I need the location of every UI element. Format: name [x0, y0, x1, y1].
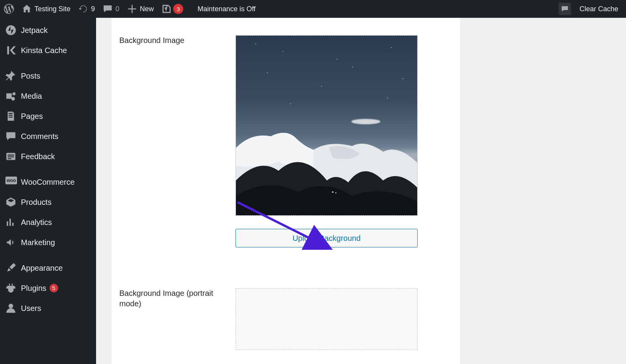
- sidebar-item-label: Pages: [21, 112, 43, 121]
- chat-button[interactable]: [559, 3, 571, 15]
- sidebar-item-label: Posts: [21, 72, 40, 81]
- update-icon: [78, 4, 88, 14]
- sidebar-item-feedback[interactable]: Feedback: [0, 146, 96, 167]
- plugins-count-badge: 5: [50, 284, 58, 292]
- marketing-icon: [5, 237, 16, 248]
- analytics-icon: [5, 217, 16, 228]
- admin-bar-left: Testing Site 9 0 New 3 Maintenance is Of…: [0, 0, 260, 18]
- sidebar-item-analytics[interactable]: Analytics: [0, 212, 96, 232]
- clear-cache-button[interactable]: Clear Cache: [580, 5, 618, 13]
- sidebar-item-label: Comments: [21, 132, 58, 141]
- new-label: New: [140, 5, 154, 13]
- star: [391, 47, 392, 48]
- yoast-icon: [162, 4, 172, 14]
- setting-field-bg-image: Upload Background: [236, 35, 418, 247]
- right-gutter: [460, 18, 626, 364]
- sidebar-item-woocommerce[interactable]: woo WooCommerce: [0, 172, 96, 192]
- sidebar-item-jetpack[interactable]: Jetpack: [0, 20, 96, 40]
- sidebar-item-appearance[interactable]: Appearance: [0, 258, 96, 278]
- sidebar-item-plugins[interactable]: Plugins 5: [0, 278, 96, 298]
- appearance-icon: [5, 263, 16, 273]
- background-preview[interactable]: [236, 35, 418, 216]
- svg-point-3: [332, 191, 334, 193]
- settings-panel: Background Image: [112, 18, 460, 364]
- media-icon: [5, 91, 16, 101]
- users-icon: [5, 303, 16, 314]
- svg-point-2: [9, 304, 13, 308]
- sidebar-item-label: Marketing: [21, 238, 55, 247]
- sidebar-item-users[interactable]: Users: [0, 298, 96, 318]
- star: [321, 86, 322, 87]
- setting-field-bg-portrait: [236, 288, 418, 350]
- feedback-icon: [5, 151, 16, 162]
- sidebar-item-label: Analytics: [21, 218, 52, 227]
- sidebar-item-pages[interactable]: Pages: [0, 106, 96, 126]
- sidebar-item-label: Kinsta Cache: [21, 46, 67, 55]
- site-name-label: Testing Site: [34, 5, 71, 13]
- upload-background-button[interactable]: Upload Background: [236, 229, 418, 247]
- sidebar-item-comments[interactable]: Comments: [0, 126, 96, 146]
- comments-count: 0: [115, 5, 119, 13]
- admin-bar-right: Clear Cache: [559, 3, 626, 15]
- admin-bar: Testing Site 9 0 New 3 Maintenance is Of…: [0, 0, 626, 18]
- star: [282, 51, 283, 52]
- products-icon: [5, 197, 16, 208]
- admin-sidebar: Jetpack Kinsta Cache Posts Media Pages C…: [0, 18, 96, 364]
- chat-icon: [561, 5, 569, 13]
- comment-icon: [103, 4, 113, 14]
- star: [337, 59, 337, 60]
- preview-foreground: [236, 134, 418, 215]
- sidebar-item-posts[interactable]: Posts: [0, 66, 96, 86]
- woo-icon: woo: [5, 177, 17, 184]
- kinsta-icon: [5, 45, 16, 56]
- sidebar-item-label: Products: [21, 198, 52, 207]
- star: [402, 78, 403, 79]
- pin-icon: [5, 70, 16, 81]
- comments-icon: [5, 131, 16, 142]
- pages-icon: [5, 111, 16, 122]
- sidebar-item-label: WooCommerce: [21, 178, 75, 187]
- star: [352, 67, 353, 67]
- setting-row-bg-image: Background Image: [119, 35, 452, 247]
- home-icon: [22, 4, 32, 14]
- preview-cloud: [351, 119, 380, 124]
- star: [387, 98, 388, 98]
- yoast-count-badge: 3: [173, 4, 183, 14]
- setting-label-bg-image: Background Image: [119, 35, 236, 247]
- plugins-icon: [5, 283, 16, 294]
- svg-point-0: [6, 25, 16, 35]
- sidebar-item-products[interactable]: Products: [0, 192, 96, 212]
- setting-row-bg-portrait: Background Image (portrait mode): [119, 288, 452, 350]
- maintenance-label: Maintenance is Off: [198, 5, 256, 13]
- content-area: Background Image: [96, 18, 626, 364]
- sidebar-item-label: Feedback: [21, 152, 55, 161]
- yoast-menu[interactable]: 3: [158, 0, 187, 18]
- new-content[interactable]: New: [123, 0, 158, 18]
- wordpress-icon: [4, 4, 14, 14]
- updates-count: 9: [91, 5, 95, 13]
- svg-point-4: [335, 192, 337, 194]
- comments[interactable]: 0: [99, 0, 123, 18]
- star: [290, 103, 291, 104]
- sidebar-item-marketing[interactable]: Marketing: [0, 232, 96, 252]
- plus-icon: [127, 4, 137, 14]
- sidebar-item-media[interactable]: Media: [0, 86, 96, 106]
- maintenance-mode[interactable]: Maintenance is Off: [191, 0, 260, 18]
- sidebar-item-label: Appearance: [21, 264, 63, 273]
- sidebar-item-kinsta[interactable]: Kinsta Cache: [0, 40, 96, 60]
- sidebar-item-label: Jetpack: [21, 26, 48, 35]
- setting-label-bg-portrait: Background Image (portrait mode): [119, 288, 236, 350]
- jetpack-icon: [5, 25, 16, 36]
- sidebar-item-label: Plugins: [21, 284, 46, 293]
- star: [255, 43, 256, 44]
- sidebar-item-label: Media: [21, 92, 42, 101]
- site-name[interactable]: Testing Site: [18, 0, 74, 18]
- clear-cache-label: Clear Cache: [580, 5, 618, 13]
- background-portrait-placeholder[interactable]: [236, 288, 418, 350]
- star: [267, 72, 268, 73]
- upload-background-label: Upload Background: [292, 234, 361, 243]
- updates[interactable]: 9: [74, 0, 99, 18]
- sidebar-item-label: Users: [21, 304, 41, 313]
- wp-logo[interactable]: [0, 0, 18, 18]
